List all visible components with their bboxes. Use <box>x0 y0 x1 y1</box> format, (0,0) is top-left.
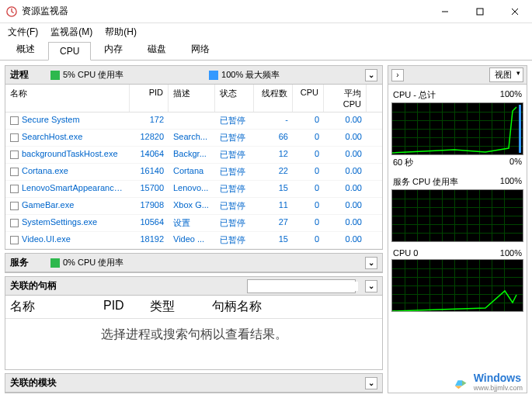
cell-avgcpu: 0.00 <box>324 164 367 180</box>
menu-monitor[interactable]: 监视器(M) <box>46 24 97 40</box>
col-status[interactable]: 状态 <box>215 85 254 112</box>
graph-title-row: CPU - 总计100% <box>391 88 523 102</box>
row-checkbox[interactable] <box>10 116 19 125</box>
table-row[interactable]: LenovoSmartAppearance.exe15700Lenovo...已… <box>5 181 382 198</box>
expand-icon[interactable]: ⌄ <box>365 377 377 389</box>
menu-bar: 文件(F) 监视器(M) 帮助(H) <box>0 23 532 40</box>
row-checkbox[interactable] <box>10 168 19 176</box>
close-button[interactable] <box>497 0 532 23</box>
services-legend-color <box>50 258 60 268</box>
left-pane: 进程 5% CPU 使用率 100% 最大频率 ⌄ 名称 PID 描述 <box>5 65 383 393</box>
table-row[interactable]: Cortana.exe16140Cortana已暂停2200.00 <box>5 164 382 181</box>
row-checkbox[interactable] <box>10 185 19 193</box>
collapse-icon[interactable]: ⌄ <box>365 280 377 292</box>
cell-pid: 14064 <box>130 147 169 163</box>
col-threads[interactable]: 线程数 <box>254 85 293 112</box>
table-row[interactable]: Secure System172已暂停-00.00 <box>5 112 382 130</box>
table-row[interactable]: backgroundTaskHost.exe14064Backgr...已暂停1… <box>5 147 382 164</box>
cell-threads: 15 <box>254 232 293 248</box>
graph-canvas <box>391 189 523 242</box>
cell-avgcpu: 0.00 <box>324 181 367 197</box>
collapse-icon[interactable]: ⌄ <box>365 69 377 81</box>
expand-icon[interactable]: ⌄ <box>365 257 377 269</box>
cell-desc: Xbox G... <box>169 198 215 214</box>
menu-file[interactable]: 文件(F) <box>3 24 43 40</box>
col-avgcpu[interactable]: 平均 CPU <box>324 85 367 112</box>
collapse-right-icon[interactable]: › <box>391 69 404 81</box>
handles-search[interactable] <box>247 279 356 293</box>
hcol-name[interactable]: 名称 <box>5 296 99 318</box>
graph-title-row: CPU 0100% <box>391 247 523 259</box>
tab-bar: 概述 CPU 内存 磁盘 网络 <box>0 40 532 61</box>
table-row[interactable]: SearchHost.exe12820Search...已暂停6600.00 <box>5 130 382 147</box>
table-row[interactable]: Video.UI.exe18192Video ...已暂停1500.00 <box>5 232 382 249</box>
cell-status: 已暂停 <box>215 232 254 248</box>
cell-pid: 16140 <box>130 164 169 180</box>
minimize-button[interactable] <box>427 0 462 23</box>
col-desc[interactable]: 描述 <box>169 85 215 112</box>
handles-header[interactable]: 关联的句柄 ⌄ <box>5 277 382 296</box>
cell-threads: 15 <box>254 181 293 197</box>
col-pid[interactable]: PID <box>130 85 169 112</box>
table-row[interactable]: GameBar.exe17908Xbox G...已暂停1100.00 <box>5 198 382 215</box>
cell-cpu: 0 <box>293 215 324 231</box>
handles-section: 关联的句柄 ⌄ 名称 PID 类型 句柄名称 选择进程或搜索句柄以查看结果。 <box>5 276 383 370</box>
hcol-pid[interactable]: PID <box>99 296 145 318</box>
tab-cpu[interactable]: CPU <box>48 42 91 61</box>
row-checkbox[interactable] <box>10 133 19 142</box>
hcol-hname[interactable]: 句柄名称 <box>207 296 382 318</box>
col-name[interactable]: 名称 <box>5 85 130 112</box>
row-checkbox[interactable] <box>10 219 19 227</box>
processes-header[interactable]: 进程 5% CPU 使用率 100% 最大频率 ⌄ <box>5 66 382 85</box>
cell-avgcpu: 0.00 <box>324 147 367 163</box>
cell-cpu: 0 <box>293 164 324 180</box>
window-controls <box>427 0 532 23</box>
cell-cpu: 0 <box>293 147 324 163</box>
modules-header[interactable]: 关联的模块 ⌄ <box>5 374 382 393</box>
max-freq-color <box>209 71 218 80</box>
services-title: 服务 <box>10 256 41 269</box>
cell-avgcpu: 0.00 <box>324 198 367 214</box>
cell-threads: 66 <box>254 130 293 146</box>
menu-help[interactable]: 帮助(H) <box>100 24 141 40</box>
cell-status: 已暂停 <box>215 198 254 214</box>
search-input[interactable] <box>251 282 358 291</box>
cell-desc: Video ... <box>169 232 215 248</box>
table-row[interactable]: SystemSettings.exe10564设置已暂停2700.00 <box>5 215 382 232</box>
cell-cpu: 0 <box>293 198 324 214</box>
view-dropdown[interactable]: 视图 <box>489 67 523 82</box>
cell-pid: 12820 <box>130 130 169 146</box>
tab-disk[interactable]: 磁盘 <box>136 39 178 60</box>
windows-logo-icon <box>454 373 471 390</box>
row-checkbox[interactable] <box>10 202 19 210</box>
tab-memory[interactable]: 内存 <box>92 39 134 60</box>
content-area: 进程 5% CPU 使用率 100% 最大频率 ⌄ 名称 PID 描述 <box>0 61 532 398</box>
cell-cpu: 0 <box>293 181 324 197</box>
row-checkbox[interactable] <box>10 151 19 159</box>
maximize-button[interactable] <box>462 0 497 23</box>
tab-network[interactable]: 网络 <box>179 39 221 60</box>
services-header[interactable]: 服务 0% CPU 使用率 ⌄ <box>5 254 382 272</box>
cell-pid: 10564 <box>130 215 169 231</box>
graph-block: 服务 CPU 使用率100% <box>391 175 523 242</box>
processes-tbody: Secure System172已暂停-00.00SearchHost.exe1… <box>5 112 382 249</box>
cell-threads: - <box>254 112 293 129</box>
graph-title-row: 服务 CPU 使用率100% <box>391 175 523 189</box>
app-icon <box>6 6 17 17</box>
row-checkbox[interactable] <box>10 236 19 244</box>
services-section: 服务 0% CPU 使用率 ⌄ <box>5 253 383 273</box>
cell-name: Cortana.exe <box>5 164 130 180</box>
handles-empty-msg: 选择进程或搜索句柄以查看结果。 <box>5 319 382 351</box>
hcol-type[interactable]: 类型 <box>145 296 207 318</box>
tab-overview[interactable]: 概述 <box>5 39 47 60</box>
modules-section: 关联的模块 ⌄ <box>5 373 383 393</box>
graph-pct: 100% <box>500 248 522 258</box>
handles-thead: 名称 PID 类型 句柄名称 <box>5 296 382 319</box>
cell-desc: Cortana <box>169 164 215 180</box>
cell-desc: Lenovo... <box>169 181 215 197</box>
cell-desc: 设置 <box>169 215 215 231</box>
col-cpu[interactable]: CPU <box>293 85 324 112</box>
services-legend: 0% CPU 使用率 <box>50 257 123 268</box>
cell-pid: 15700 <box>130 181 169 197</box>
cpu-usage-legend: 5% CPU 使用率 <box>50 69 123 81</box>
